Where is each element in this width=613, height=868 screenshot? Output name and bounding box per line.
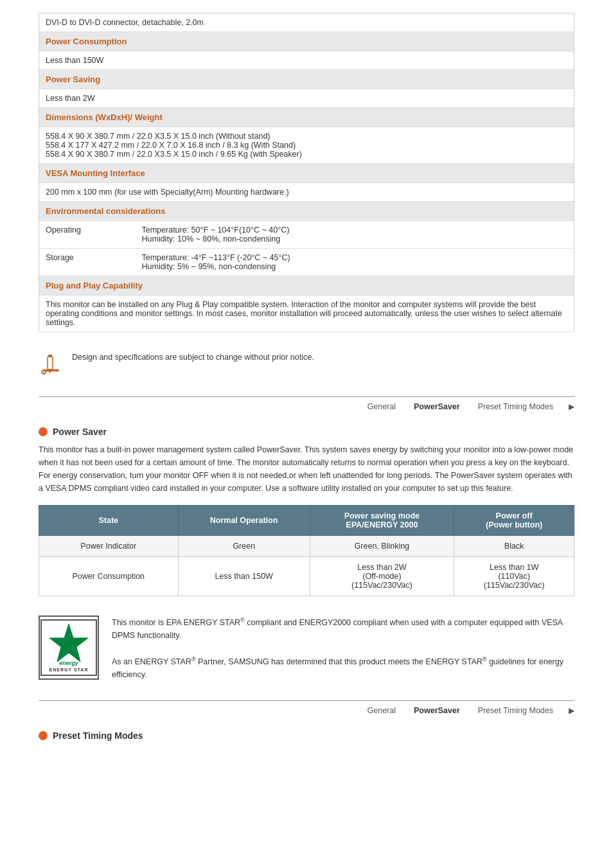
svg-text:energy: energy bbox=[59, 660, 79, 666]
power-table-header-row: State Normal Operation Power saving mode… bbox=[39, 506, 574, 536]
col-off: Power off(Power button) bbox=[454, 506, 574, 536]
vesa-value-row: 200 mm x 100 mm (for use with Specialty(… bbox=[39, 183, 574, 202]
power-saving-header: Power Saving bbox=[39, 70, 574, 89]
plug-value-row: This monitor can be installed on any Plu… bbox=[39, 296, 574, 332]
nav-tabs-2: General PowerSaver Preset Timing Modes ▶ bbox=[39, 700, 574, 720]
energy-star-logo: energy ENERGY STAR bbox=[39, 616, 99, 680]
power-saving-label: Power Saving bbox=[39, 70, 574, 89]
energy-star-svg: energy ENERGY STAR bbox=[40, 619, 98, 677]
nav-arrow-2: ▶ bbox=[569, 706, 574, 715]
energy-star-text: This monitor is EPA ENERGY STAR® complia… bbox=[112, 616, 574, 681]
power-consumption-value: Less than 150W bbox=[39, 51, 574, 70]
vesa-value: 200 mm x 100 mm (for use with Specialty(… bbox=[39, 183, 574, 202]
power-consumption-label: Power Consumption bbox=[39, 32, 574, 51]
page-container: DVI-D to DVI-D connector, detachable, 2.… bbox=[0, 0, 613, 760]
indicator-off: Black bbox=[454, 536, 574, 557]
storage-label: Storage bbox=[39, 249, 136, 276]
plug-header: Plug and Play Capability bbox=[39, 276, 574, 296]
consumption-saving: Less than 2W(Off-mode)(115Vac/230Vac) bbox=[310, 557, 454, 596]
dimensions-label: Dimensions (WxDxH)/ Weight bbox=[39, 108, 574, 127]
environmental-label: Environmental considerations bbox=[39, 202, 574, 221]
power-saving-value-row: Less than 2W bbox=[39, 89, 574, 108]
operating-value: Temperature: 50°F ~ 104°F(10°C ~ 40°C) H… bbox=[136, 221, 574, 249]
power-saver-body: This monitor has a built-in power manage… bbox=[39, 443, 574, 495]
dimensions-value-row: 558.4 X 90 X 380.7 mm / 22.0 X3.5 X 15.0… bbox=[39, 127, 574, 164]
preset-title: Preset Timing Modes bbox=[53, 731, 143, 741]
dimensions-value: 558.4 X 90 X 380.7 mm / 22.0 X3.5 X 15.0… bbox=[39, 127, 574, 164]
vesa-label: VESA Mounting Interface bbox=[39, 164, 574, 183]
power-consumption-value-row: Less than 150W bbox=[39, 51, 574, 70]
col-normal: Normal Operation bbox=[178, 506, 310, 536]
consumption-normal: Less than 150W bbox=[178, 557, 310, 596]
indicator-saving: Green, Blinking bbox=[310, 536, 454, 557]
power-table: State Normal Operation Power saving mode… bbox=[39, 505, 574, 596]
power-consumption-header: Power Consumption bbox=[39, 32, 574, 51]
notice-icon bbox=[39, 351, 64, 377]
tab-preset-1[interactable]: Preset Timing Modes bbox=[475, 401, 556, 412]
indicator-normal: Green bbox=[178, 536, 310, 557]
power-saver-circle-icon bbox=[39, 427, 48, 436]
nav-tabs-1: General PowerSaver Preset Timing Modes ▶ bbox=[39, 396, 574, 416]
plug-label: Plug and Play Capability bbox=[39, 276, 574, 296]
tab-general-1[interactable]: General bbox=[365, 401, 398, 412]
notice-section: Design and specifications are subject to… bbox=[39, 345, 574, 384]
specs-table: DVI-D to DVI-D connector, detachable, 2.… bbox=[39, 13, 574, 332]
notice-text: Design and specifications are subject to… bbox=[72, 351, 314, 364]
environmental-header: Environmental considerations bbox=[39, 202, 574, 221]
operating-row: Operating Temperature: 50°F ~ 104°F(10°C… bbox=[39, 221, 574, 249]
indicator-state: Power Indicator bbox=[39, 536, 179, 557]
storage-row: Storage Temperature: -4°F ~113°F (-20°C … bbox=[39, 249, 574, 276]
operating-label: Operating bbox=[39, 221, 136, 249]
energy-star-section: energy ENERGY STAR This monitor is EPA E… bbox=[39, 609, 574, 687]
tab-powersaver-2[interactable]: PowerSaver bbox=[411, 705, 463, 716]
power-indicator-row: Power Indicator Green Green, Blinking Bl… bbox=[39, 536, 574, 557]
connector-row: DVI-D to DVI-D connector, detachable, 2.… bbox=[39, 13, 574, 32]
power-consumption-row: Power Consumption Less than 150W Less th… bbox=[39, 557, 574, 596]
consumption-off: Less than 1W(110Vac)(115Vac/230Vac) bbox=[454, 557, 574, 596]
col-state: State bbox=[39, 506, 179, 536]
vesa-header: VESA Mounting Interface bbox=[39, 164, 574, 183]
preset-circle-icon bbox=[39, 731, 48, 740]
power-saving-value: Less than 2W bbox=[39, 89, 574, 108]
svg-rect-1 bbox=[48, 357, 53, 369]
preset-title-row: Preset Timing Modes bbox=[39, 731, 574, 741]
power-saver-title: Power Saver bbox=[53, 427, 107, 437]
dimensions-header: Dimensions (WxDxH)/ Weight bbox=[39, 108, 574, 127]
plug-value: This monitor can be installed on any Plu… bbox=[39, 296, 574, 332]
svg-rect-3 bbox=[48, 355, 52, 357]
power-saver-title-row: Power Saver bbox=[39, 427, 574, 437]
consumption-state: Power Consumption bbox=[39, 557, 179, 596]
col-saving: Power saving modeEPA/ENERGY 2000 bbox=[310, 506, 454, 536]
nav-arrow-1: ▶ bbox=[569, 402, 574, 411]
storage-value: Temperature: -4°F ~113°F (-20°C ~ 45°C) … bbox=[136, 249, 574, 276]
tab-powersaver-1[interactable]: PowerSaver bbox=[411, 401, 463, 412]
tab-general-2[interactable]: General bbox=[365, 705, 398, 716]
connector-value: DVI-D to DVI-D connector, detachable, 2.… bbox=[39, 13, 574, 32]
tab-preset-2[interactable]: Preset Timing Modes bbox=[475, 705, 556, 716]
svg-text:ENERGY STAR: ENERGY STAR bbox=[49, 668, 89, 672]
